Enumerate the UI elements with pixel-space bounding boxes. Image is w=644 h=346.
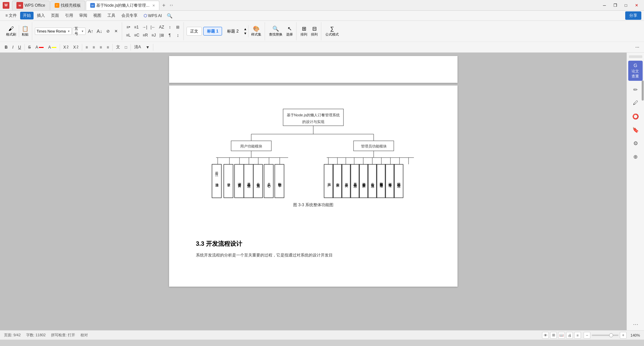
paper-check-button[interactable]: G 论文查重 (628, 61, 643, 81)
view-read-btn[interactable]: 📖 (558, 332, 565, 339)
select-btn[interactable]: ↖ 选择 (285, 25, 294, 38)
menu-view[interactable]: 视图 (91, 12, 104, 19)
close-button[interactable]: ✕ (632, 1, 641, 10)
view-print-btn[interactable]: 🖨 (566, 332, 573, 339)
next-tab-btn[interactable]: › (172, 3, 173, 7)
menu-insert[interactable]: 插入 (34, 12, 48, 19)
wps-ai-button[interactable]: ⬡ WPS AI (141, 12, 164, 19)
align-right-btn2[interactable]: ≡ (98, 43, 104, 51)
bold-button[interactable]: B (3, 43, 10, 51)
find-replace-btn[interactable]: 🔍 查找替换 (268, 25, 284, 38)
tab-btn[interactable]: ⊞ 排列 (299, 25, 309, 38)
indent-decrease-btn[interactable]: |← (149, 23, 157, 31)
underline-button[interactable]: U (16, 43, 23, 51)
menu-tools[interactable]: 工具 (105, 12, 118, 19)
spell-check-text: 拼写检查: 打开 (51, 333, 75, 338)
align-right-btn[interactable]: ≡R (141, 32, 149, 39)
indent-increase-btn[interactable]: →| (141, 23, 149, 31)
bullet-list-btn[interactable]: ≡• (125, 23, 132, 31)
font-down-btn[interactable]: ▼ (144, 43, 152, 51)
right-tool-4[interactable]: 🔖 (629, 124, 642, 136)
view-full-btn[interactable]: ⊞ (550, 332, 557, 339)
menu-ref[interactable]: 引用 (62, 12, 76, 19)
view-normal-btn[interactable]: 👁 (542, 332, 549, 339)
menu-review[interactable]: 审阅 (76, 12, 90, 19)
font-name-selector[interactable]: Times New Roma ▼ (35, 27, 72, 35)
highlight-btn[interactable]: A (46, 43, 58, 51)
col-break-btn[interactable]: |⊞ (158, 32, 165, 39)
subscript-btn[interactable]: X2 (71, 43, 80, 51)
share-button[interactable]: 分享 (625, 11, 641, 20)
italic-button[interactable]: I (10, 43, 15, 51)
zoom-slider-thumb[interactable] (609, 333, 613, 337)
spell-check[interactable]: 拼写检查: 打开 (51, 333, 75, 338)
sort-btn[interactable]: AZ (158, 23, 165, 31)
expand-btn[interactable]: ⋯ (633, 43, 641, 51)
add-tab-button[interactable]: + (160, 1, 168, 9)
scrollbar-thumb[interactable] (642, 80, 644, 101)
style-scroll-up[interactable]: ▲ (244, 27, 247, 31)
tab-doc[interactable]: W 基于Node.js的懒人订餐管理... ✕ (86, 1, 159, 10)
zoom-slider[interactable] (592, 335, 619, 336)
zoom-controls: − + 140% (584, 332, 640, 339)
font-name-row: Times New Roma ▼ 五号 ▼ A↑ A↓ ⊘ ✕ (35, 27, 120, 35)
style-h2-btn[interactable]: 标题 2 (223, 27, 242, 36)
document-area[interactable]: 基于Node.js的懒人订餐管理系统 的设计与实现 用户功能模块 (0, 53, 627, 330)
tab-doc-close[interactable]: ✕ (152, 4, 155, 7)
minimize-button[interactable]: ─ (600, 1, 609, 10)
style-set-icon: 🎨 (253, 25, 260, 32)
eraser-btn[interactable]: ✕ (112, 27, 120, 35)
font-size-decrease[interactable]: A↓ (95, 27, 103, 35)
align-left-btn[interactable]: ≡L (125, 32, 132, 39)
restore-button[interactable]: ❐ (610, 1, 620, 10)
zoom-in-btn[interactable]: + (620, 332, 627, 339)
paste-button[interactable]: 📋 粘贴 (20, 25, 30, 38)
proofread[interactable]: 校对 (80, 333, 88, 338)
tab-template[interactable]: T 找模壳模板 (50, 1, 85, 10)
right-icon-3: ⭕ (632, 113, 639, 120)
separator (248, 25, 249, 37)
search-icon[interactable]: 🔍 (167, 13, 172, 18)
para-mark-btn[interactable]: ¶ (166, 32, 173, 39)
right-tool-1[interactable]: ✏ (629, 83, 642, 96)
font-color-row[interactable]: A (34, 43, 46, 51)
align-center-btn2[interactable]: ≡ (91, 43, 97, 51)
tab-wps[interactable]: W WPS Office (12, 1, 50, 10)
maximize-button[interactable]: □ (621, 1, 631, 10)
para-spacing-btn[interactable]: ↨ (174, 32, 181, 39)
superscript-btn[interactable]: X2 (61, 43, 71, 51)
number-list-btn[interactable]: ≡1 (133, 23, 140, 31)
font-size-increase[interactable]: A↑ (87, 27, 95, 35)
font-size-selector[interactable]: 五号 ▼ (73, 27, 86, 35)
menu-file[interactable]: ≡ 文件 (3, 12, 19, 19)
align-left-btn2[interactable]: ≡ (84, 43, 90, 51)
format-brush-button[interactable]: 🖌 格式刷 (5, 25, 17, 38)
formula-btn[interactable]: ∑ 公式模式 (324, 25, 340, 38)
right-tool-5[interactable]: ⚙ (629, 137, 642, 149)
align-justify-btn[interactable]: ≡J (150, 32, 157, 39)
menu-start[interactable]: 开始 (20, 12, 34, 19)
menu-page[interactable]: 页面 (48, 12, 62, 19)
more-tools[interactable]: ⋯ (633, 321, 638, 328)
para-settings-btn[interactable]: ⊞ (174, 23, 181, 31)
zoom-out-btn[interactable]: − (584, 332, 590, 339)
menu-vip[interactable]: 会员专享 (119, 12, 140, 19)
right-tool-2[interactable]: 🖊 (629, 97, 642, 109)
prev-tab-btn[interactable]: ‹ (170, 3, 171, 7)
line-spacing-btn[interactable]: ↕ (166, 23, 173, 31)
font-clear-btn[interactable]: ⊘ (104, 27, 112, 35)
style-normal-btn[interactable]: 正文 (186, 27, 202, 36)
sort-arrange-btn[interactable]: ⊟ 排列 (310, 25, 319, 38)
right-tool-3[interactable]: ⭕ (629, 110, 642, 122)
align-center-btn[interactable]: ≡C (133, 32, 141, 39)
view-outline-btn[interactable]: ≡ (574, 332, 581, 339)
style-h1-btn[interactable]: 标题 1 (203, 27, 222, 36)
style-set-btn[interactable]: 🎨 样式集 (250, 25, 263, 38)
align-justify-btn2[interactable]: ≡ (105, 43, 111, 51)
border-btn[interactable]: □ (123, 43, 129, 51)
char-spacing-btn[interactable]: 文 (114, 43, 122, 51)
right-tool-6[interactable]: ⊕ (629, 151, 642, 163)
strikethrough-button[interactable]: S (26, 43, 33, 51)
style-scroll-down[interactable]: ▼ (244, 32, 247, 35)
clear-format-btn[interactable]: 清A (132, 43, 143, 51)
